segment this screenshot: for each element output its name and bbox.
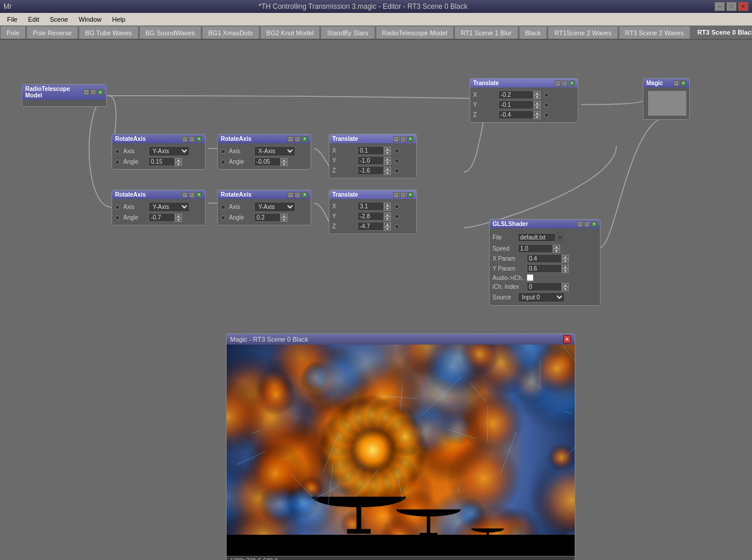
spin-down[interactable]: ▼ [175,218,182,222]
node-box[interactable]: □ [90,89,96,95]
maximize-button[interactable]: □ [726,2,737,11]
node-min[interactable]: ─ [577,221,583,227]
y-connector-right[interactable] [394,158,399,163]
node-min[interactable]: ─ [673,80,679,86]
node-plus[interactable]: + [407,192,413,198]
spin-down[interactable]: ▼ [384,171,391,175]
tab-rt3-scene2-waves[interactable]: RT3 Scene 2 Waves [619,26,690,39]
node-plus[interactable]: + [97,89,103,95]
spin-down[interactable]: ▼ [562,287,569,291]
axis-select[interactable]: Y-Axis [149,202,190,212]
x-input[interactable] [358,146,384,155]
node-box[interactable]: □ [400,136,406,142]
file-input[interactable] [518,233,556,242]
node-box[interactable]: □ [562,80,568,86]
node-min[interactable]: ─ [288,136,294,142]
tab-rt1scene2-waves[interactable]: RT1Scene 2 Waves [548,26,618,39]
spin-up[interactable]: ▲ [175,158,182,162]
spin-up[interactable]: ▲ [534,101,541,105]
tab-bg1-xmasdots[interactable]: BG1 XmasDots [202,26,259,39]
angle-input[interactable] [254,213,281,222]
node-plus[interactable]: + [680,80,686,86]
axis-connector[interactable] [115,205,120,210]
node-min[interactable]: ─ [288,192,294,198]
node-min[interactable]: ─ [393,192,399,198]
magic-preview-thumb[interactable] [648,91,686,116]
node-plus[interactable]: + [302,136,308,142]
angle-connector[interactable] [115,215,120,220]
tab-pole[interactable]: Pole [0,26,26,39]
angle-input[interactable] [254,157,281,166]
node-box[interactable]: □ [295,192,301,198]
node-min[interactable]: ─ [393,136,399,142]
spin-down[interactable]: ▼ [384,151,391,155]
menu-help[interactable]: Help [107,15,130,24]
angle-input[interactable] [149,213,175,222]
node-plus[interactable]: + [569,80,575,86]
spin-up[interactable]: ▲ [562,265,569,269]
spin-down[interactable]: ▼ [281,162,288,166]
spin-up[interactable]: ▲ [534,111,541,115]
spin-down[interactable]: ▼ [562,259,569,263]
angle-connector[interactable] [221,215,225,220]
axis-select[interactable]: Y-Axis [254,202,295,212]
y-input[interactable] [358,212,384,221]
speed-input[interactable] [518,244,553,253]
x-connector-right[interactable] [394,149,399,153]
tab-rt1-scene1-blur[interactable]: RT1 Scene 1 Blur [454,26,518,39]
node-box[interactable]: □ [400,192,406,198]
x-input[interactable] [358,202,384,211]
spin-up[interactable]: ▲ [175,214,182,218]
x-input[interactable] [498,90,534,99]
menu-window[interactable]: Window [74,15,106,24]
xparam-input[interactable] [527,254,562,263]
z-connector-right[interactable] [394,224,399,229]
angle-connector[interactable] [221,160,225,164]
menu-file[interactable]: File [2,15,22,24]
y-connector-right[interactable] [394,214,399,219]
node-box[interactable]: □ [189,192,195,198]
spin-up[interactable]: ▲ [384,203,391,207]
spin-up[interactable]: ▲ [384,212,391,217]
node-min[interactable]: ─ [83,89,89,95]
z-input[interactable] [498,110,534,119]
z-input[interactable] [358,222,384,231]
tab-black[interactable]: Black [519,26,548,39]
spin-down[interactable]: ▼ [562,269,569,273]
spin-down[interactable]: ▼ [553,249,560,253]
spin-up[interactable]: ▲ [562,283,569,287]
spin-down[interactable]: ▼ [534,105,541,109]
y-input[interactable] [498,100,534,109]
node-plus[interactable]: + [302,192,308,198]
spin-up[interactable]: ▲ [534,91,541,95]
node-plus[interactable]: + [196,192,202,198]
axis-select[interactable]: Y-Axis [149,146,190,156]
angle-input[interactable] [149,157,175,166]
y-input[interactable] [358,156,384,165]
axis-connector[interactable] [221,205,225,210]
axis-connector[interactable] [221,149,225,154]
magic-window-close[interactable]: ✕ [563,335,571,343]
spin-up[interactable]: ▲ [384,157,391,161]
yparam-input[interactable] [527,264,562,273]
tab-pole-reverse[interactable]: Pole Reverse [26,26,78,39]
node-box[interactable]: □ [295,136,301,142]
node-plus[interactable]: + [407,136,413,142]
node-min[interactable]: ─ [555,80,561,86]
spin-down[interactable]: ▼ [281,218,288,222]
source-select[interactable]: Input 0 [518,292,565,302]
x-connector-right[interactable] [544,93,549,97]
node-plus[interactable]: + [591,221,597,227]
z-input[interactable] [358,166,384,175]
spin-up[interactable]: ▲ [553,245,560,249]
tab-bg-tube-waves[interactable]: BG Tube Waves [79,26,139,39]
node-min[interactable]: ─ [182,192,188,198]
spin-down[interactable]: ▼ [175,162,182,166]
spin-up[interactable]: ▲ [384,167,391,171]
node-box[interactable]: □ [189,136,195,142]
spin-up[interactable]: ▲ [562,255,569,259]
tab-radiotelescope-model[interactable]: RadioTelescope Model [376,26,454,39]
z-connector-right[interactable] [544,113,549,117]
file-browse[interactable]: ▼ [556,231,564,243]
x-connector-right[interactable] [394,204,399,209]
